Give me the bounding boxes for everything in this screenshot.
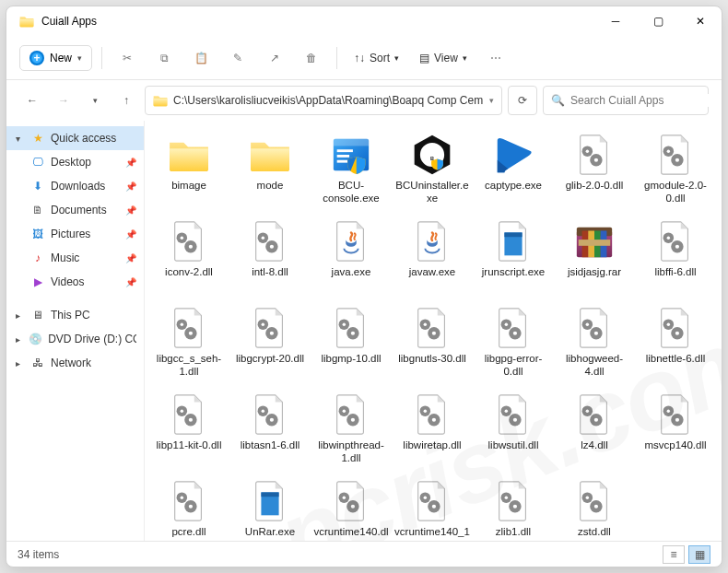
dll-icon (491, 306, 535, 350)
icons-view-button[interactable]: ▦ (688, 545, 710, 564)
file-label: libwsutil.dll (487, 437, 541, 451)
file-item[interactable]: java.exe (311, 215, 392, 299)
file-item[interactable]: libgpg-error-0.dll (473, 301, 554, 386)
file-item[interactable]: libwsutil.dll (473, 388, 554, 473)
file-label: pcre.dll (170, 523, 207, 538)
sidebar-this-pc[interactable]: ▸🖥This PC (6, 303, 144, 327)
up-button[interactable]: ↑ (113, 88, 139, 113)
sort-button[interactable]: ↑↓Sort▾ (346, 48, 406, 68)
sidebar-videos[interactable]: ▶Videos📌 (6, 270, 144, 294)
file-item[interactable]: intl-8.dll (229, 215, 311, 299)
toolbar: + New ▾ ✂ ⧉ 📋 ✎ ↗ 🗑 ↑↓Sort▾ ▤View▾ ⋯ (6, 36, 722, 80)
search-input[interactable] (570, 94, 709, 107)
svg-point-80 (432, 418, 436, 422)
sidebar-desktop[interactable]: 🖵Desktop📌 (6, 150, 144, 174)
path-text: C:\Users\karolisliucveikis\AppData\Roami… (173, 94, 484, 107)
file-item[interactable]: msvcp140.dll (635, 388, 716, 473)
file-item[interactable]: libp11-kit-0.dll (148, 388, 229, 473)
svg-point-36 (675, 245, 679, 249)
forward-button[interactable]: → (51, 88, 76, 113)
file-item[interactable]: jsidjasjg.rar (554, 215, 635, 299)
paste-button[interactable]: 📋 (185, 42, 217, 74)
svg-point-15 (675, 158, 679, 162)
file-item[interactable]: BCU-console.exe (311, 128, 392, 213)
svg-point-72 (270, 418, 274, 422)
sidebar-network[interactable]: ▸🖧Network (6, 351, 144, 375)
search-box[interactable]: 🔍 (543, 86, 709, 115)
file-item[interactable]: vcruntime140.dll (311, 474, 392, 541)
file-item[interactable]: libhogweed-4.dll (554, 301, 635, 386)
file-item[interactable]: libtasn1-6.dll (229, 388, 311, 473)
details-view-button[interactable]: ≡ (663, 545, 685, 564)
java-icon (329, 219, 373, 263)
dll-icon (329, 479, 373, 523)
file-item[interactable]: libgcc_s_seh-1.dll (148, 301, 229, 386)
rar-icon (572, 219, 616, 263)
jrun-icon (248, 479, 292, 523)
chevron-down-icon[interactable]: ▾ (489, 96, 494, 105)
svg-point-84 (513, 418, 517, 422)
sidebar-downloads[interactable]: ⬇Downloads📌 (6, 174, 144, 198)
refresh-button[interactable]: ⟳ (508, 86, 537, 115)
sidebar-documents[interactable]: 🗎Documents📌 (6, 198, 144, 222)
plus-icon: + (29, 51, 44, 65)
svg-point-104 (424, 496, 427, 498)
recent-button[interactable]: ▾ (82, 88, 108, 113)
svg-point-96 (189, 505, 193, 509)
file-item[interactable]: libwiretap.dll (392, 388, 473, 473)
file-item[interactable]: libffi-6.dll (635, 215, 716, 299)
file-item[interactable]: libwinpthread-1.dll (311, 388, 392, 473)
file-item[interactable]: lz4.dll (554, 388, 635, 473)
svg-point-40 (189, 332, 193, 335)
dll-icon (167, 392, 211, 437)
file-item[interactable]: libgmp-10.dll (311, 301, 392, 386)
file-item[interactable]: zstd.dll (554, 474, 635, 541)
rename-button[interactable]: ✎ (222, 42, 253, 74)
dll-icon (572, 306, 616, 350)
more-button[interactable]: ⋯ (480, 42, 511, 74)
sidebar-music[interactable]: ♪Music📌 (6, 246, 144, 270)
close-button[interactable]: ✕ (679, 6, 722, 36)
cut-button[interactable]: ✂ (112, 42, 143, 74)
file-item[interactable]: mode (229, 128, 311, 213)
maximize-button[interactable]: ▢ (637, 6, 679, 36)
file-item[interactable]: libgnutls-30.dll (392, 301, 473, 386)
share-button[interactable]: ↗ (259, 42, 290, 74)
svg-point-112 (586, 496, 589, 498)
dll-icon (167, 306, 211, 350)
svg-point-68 (189, 418, 193, 422)
file-item[interactable]: captype.exe (473, 128, 554, 213)
address-bar[interactable]: C:\Users\karolisliucveikis\AppData\Roami… (145, 86, 502, 115)
file-item[interactable]: iconv-2.dll (148, 215, 229, 299)
file-item[interactable]: libnettle-6.dll (635, 301, 716, 386)
delete-button[interactable]: 🗑 (296, 42, 327, 74)
file-item[interactable]: bimage (148, 128, 229, 213)
dll-icon (653, 133, 698, 177)
sidebar-dvd[interactable]: ▸💿DVD Drive (D:) CCCC (6, 327, 144, 351)
sidebar-quick-access[interactable]: ▾★Quick access (6, 126, 144, 150)
file-item[interactable]: UnRar.exe (229, 474, 311, 541)
file-item[interactable]: libgcrypt-20.dll (229, 301, 311, 386)
sidebar-pictures[interactable]: 🖼Pictures📌 (6, 222, 144, 246)
file-item[interactable]: jrunscript.exe (473, 215, 554, 299)
content-area[interactable]: pcrisk.com bimagemodeBCU-console.exeBBCU… (145, 121, 722, 541)
file-label: libffi-6.dll (652, 263, 698, 278)
file-item[interactable]: BBCUninstaller.exe (392, 128, 473, 213)
pin-icon: 📌 (125, 277, 136, 287)
file-item[interactable]: gmodule-2.0-0.dll (635, 128, 716, 213)
file-label: captype.exe (483, 177, 544, 192)
view-button[interactable]: ▤View▾ (412, 48, 475, 68)
file-item[interactable]: zlib1.dll (473, 474, 554, 541)
file-item[interactable]: javaw.exe (392, 215, 473, 299)
dll-icon (410, 392, 454, 437)
copy-button[interactable]: ⧉ (148, 42, 180, 74)
file-label: libgnutls-30.dll (396, 350, 468, 365)
file-item[interactable]: pcre.dll (148, 474, 229, 541)
new-button[interactable]: + New ▾ (19, 45, 92, 71)
pictures-icon: 🖼 (30, 227, 45, 241)
file-item[interactable]: glib-2.0-0.dll (554, 128, 635, 213)
file-item[interactable]: vcruntime140_1.dll (392, 474, 473, 541)
minimize-button[interactable]: ─ (594, 6, 637, 36)
back-button[interactable]: ← (19, 88, 45, 113)
file-label: vcruntime140_1.dll (393, 523, 472, 541)
